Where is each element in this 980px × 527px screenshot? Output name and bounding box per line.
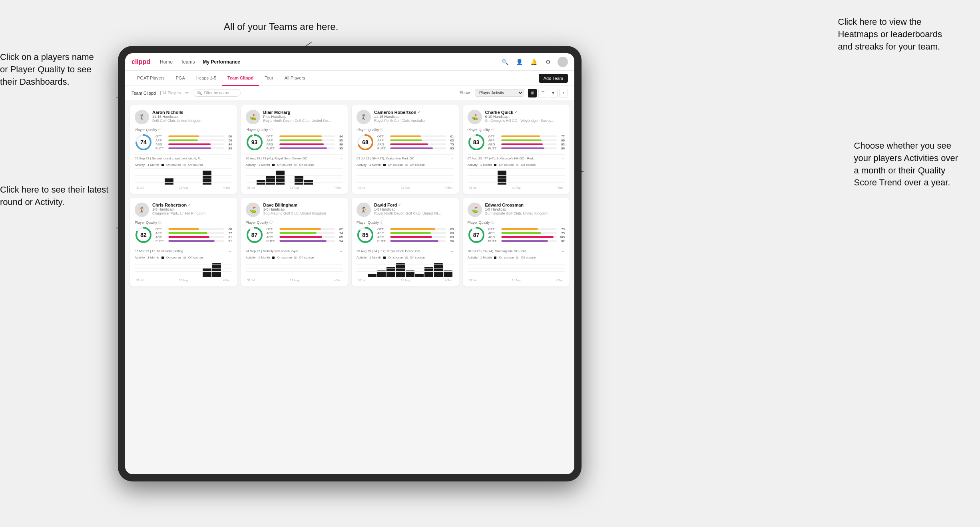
show-select[interactable]: Player Activity Quality Score Trend [475,89,524,97]
player-club: Royal North Devon Golf Club, United Kin.… [263,119,343,123]
subnav: PGAT Players PGA Hcaps 1-5 Team Clippd T… [125,71,574,86]
tab-tour[interactable]: Tour [259,71,279,86]
tab-pga[interactable]: PGA [170,71,191,86]
recent-round[interactable]: 07 Aug 23 | 77 (+7), St George's Hill GC… [468,154,565,161]
quality-circle[interactable]: 87 [246,226,263,244]
stat-value-app: 85 [337,139,343,142]
annotation-latest-round: Click here to see their latestround or A… [0,184,108,209]
verified-icon: ✓ [398,203,401,207]
sort-icon[interactable]: ↕ [559,89,568,97]
chart-x-labels: 31 Jul 21 Aug 4 Sep [135,279,232,282]
offcourse-legend [183,164,186,166]
chart-label-sep: 4 Sep [445,186,452,189]
player-name[interactable]: Dave Billingham [263,203,343,207]
stat-label-app: APP [267,231,278,235]
recent-round[interactable]: 26 Aug 23 | 73 (+1), Royal North Devon G… [246,154,343,161]
tab-pgat[interactable]: PGAT Players [131,71,170,86]
player-name[interactable]: Blair McHarg [263,110,343,115]
settings-icon[interactable]: ⚙ [543,57,553,67]
stat-row-putt: PUTT 85 [377,147,454,150]
nav-link-teams[interactable]: Teams [181,58,195,66]
add-team-button[interactable]: Add Team [539,74,568,83]
recent-round[interactable]: 18 Jul 23 | 74 (+4), Sunningdale GC - Ol… [468,247,565,253]
stat-bar-arg [501,143,557,145]
offcourse-label: Off course [410,256,425,259]
chart-label-aug: 21 Aug [179,279,188,282]
tab-hcaps[interactable]: Hcaps 1-5 [191,71,222,86]
verified-icon: ✓ [418,110,421,114]
stat-label-putt: PUTT [267,239,278,243]
player-avatar: ⛳ [468,110,482,124]
player-name[interactable]: Chris Robertson ✓ [152,203,232,207]
stat-bar-ott [279,135,335,137]
quality-number: 87 [473,232,480,238]
round-arrow: → [561,156,565,161]
quality-circle[interactable]: 68 [357,133,374,151]
quality-circle[interactable]: 85 [357,226,374,244]
stat-bar-putt [279,147,335,149]
stat-label-putt: PUTT [488,239,500,243]
stat-label-ott: OTT [267,227,278,231]
search-icon[interactable]: 🔍 [500,57,510,67]
quality-circle[interactable]: 83 [468,133,485,151]
card-header: 🏌 Cameron Robertson ✓ 11-15 Handicap Roy… [357,110,454,124]
stat-value-arg: 81 [226,235,232,239]
view-icons: ⊞ ☰ ▼ ↕ [528,89,568,97]
activity-section: Activity · 1 Month On course Off course [246,256,343,282]
user-icon[interactable]: 👤 [514,57,524,67]
stat-bar-ott [390,135,446,137]
search-box[interactable]: 🔍 Filter by name [193,89,241,97]
recent-round[interactable]: 02 Sep 23 | Sunset round to get back int… [135,154,232,161]
card-header: ⛳ Dave Billingham 1-5 Handicap Sog Magin… [246,203,343,217]
recent-round[interactable]: 26 Aug 23 | 84 (+12), Royal North Devon … [357,247,454,253]
oncourse-label: On course [388,163,403,167]
offcourse-legend [516,257,518,259]
quality-circle[interactable]: 93 [246,133,263,151]
list-view-icon[interactable]: ☰ [538,89,547,97]
stat-bar-ott [390,228,446,230]
main-content: 🏌️ Aaron Nicholls 11-15 Handicap Drift G… [125,100,574,474]
player-name[interactable]: Charlie Quick ✓ [485,110,565,115]
player-name[interactable]: Cameron Robertson ✓ [374,110,454,115]
chart-label-sep: 4 Sep [334,279,341,282]
tab-team-clippd[interactable]: Team Clippd [222,71,259,86]
stat-bar-ott [168,135,224,137]
filter-icon[interactable]: ▼ [549,89,558,97]
recent-round[interactable]: 02 Jul 23 | 59 (+17), Craigmillar Park G… [357,154,454,161]
offcourse-legend [405,164,408,166]
stat-row-ott: OTT 77 [488,135,565,138]
quality-label: Player Quality ⓘ [468,127,565,132]
recent-round[interactable]: 04 Sep 23 | Mobility with coach, Gym → [246,247,343,253]
stat-label-arg: ARG [155,235,167,239]
chart-lines [246,261,343,275]
stat-label-ott: OTT [267,135,278,138]
chart-label-jul: 31 Jul [136,186,144,189]
quality-circle[interactable]: 87 [468,226,485,244]
player-avatar: ⛳ [246,203,260,217]
quality-circle[interactable]: 74 [135,133,152,151]
edit-icon[interactable]: ✏ [185,90,189,95]
tab-all-players[interactable]: All Players [279,71,311,86]
stat-row-putt: PUTT 95 [267,147,343,150]
bell-icon[interactable]: 🔔 [529,57,538,67]
avatar[interactable] [558,57,568,67]
player-card: ⛳ Charlie Quick ✓ 6-10 Handicap St. Geor… [463,105,570,194]
stat-value-ott: 89 [448,227,454,231]
player-name[interactable]: Aaron Nicholls [152,110,232,115]
player-club: Royal Perth Golf Club, Australia [374,119,454,123]
quality-circle[interactable]: 82 [135,226,152,244]
stat-bar-ott [501,135,557,137]
nav-link-home[interactable]: Home [160,58,173,66]
player-name[interactable]: Edward Crossman [485,203,565,207]
player-handicap: 1-5 Handicap [485,207,565,211]
stat-value-ott: 61 [448,135,454,138]
player-card: ⛳ Dave Billingham 1-5 Handicap Sog Magin… [241,198,348,286]
stat-row-ott: OTT 60 [155,227,232,231]
player-name[interactable]: David Ford ✓ [374,203,454,207]
chart-lines [246,168,343,183]
nav-link-performance[interactable]: My Performance [203,58,240,66]
recent-round[interactable]: 05 Mar 23 | 19, Must make putting → [135,247,232,253]
player-club: Sog Maging Golf Club, United Kingdom [263,211,343,215]
grid-view-icon[interactable]: ⊞ [528,89,537,97]
stat-row-putt: PUTT 86 [488,147,565,150]
